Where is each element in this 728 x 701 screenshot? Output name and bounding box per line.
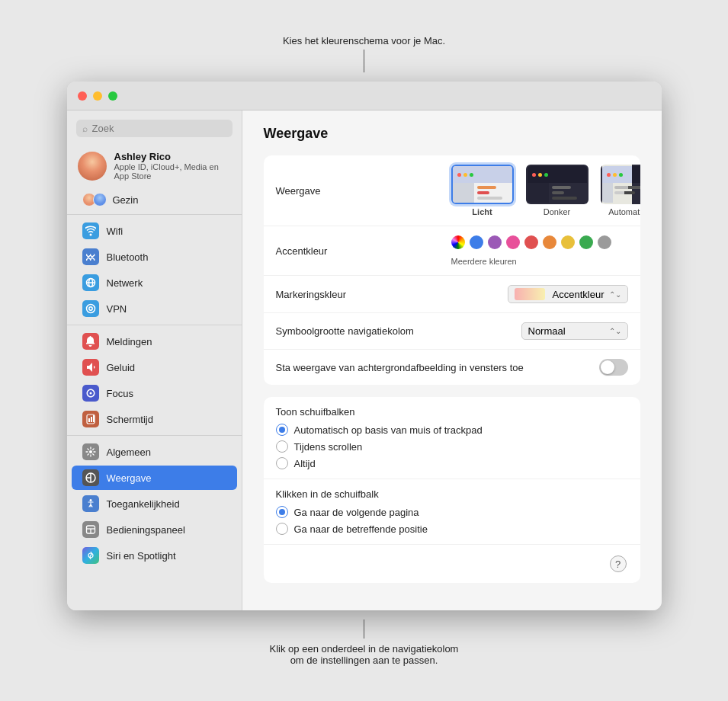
avatar (78, 152, 107, 181)
accentkleur-row: Accentkleur (264, 226, 640, 276)
sidebar-item-geluid[interactable]: Geluid (72, 355, 237, 379)
user-subtitle: Apple ID, iCloud+, Media en App Store (114, 162, 231, 181)
sidebar-label-gezin: Gezin (113, 194, 139, 206)
sidebar-item-weergave[interactable]: Weergave (72, 466, 237, 490)
sidebar-label-schermtijd: Schermtijd (107, 414, 153, 425)
sidebar-item-gezin[interactable]: Gezin (72, 189, 237, 210)
sidebar-divider-1 (67, 214, 242, 215)
appearance-options-group: Licht (451, 165, 640, 216)
bluetooth-icon: ⯵ (82, 248, 99, 265)
svg-point-12 (89, 499, 91, 501)
appearance-row-label: Weergave (276, 185, 451, 197)
close-button[interactable] (78, 91, 87, 101)
radio-positie[interactable]: Ga naar de betreffende positie (276, 523, 628, 535)
radio-volgende-dot (279, 509, 285, 515)
swatch-multicolor[interactable] (451, 235, 465, 249)
thumb-dot-green-dark (544, 173, 548, 177)
sidebar-item-siri[interactable]: Siri en Spotlight (72, 543, 237, 568)
selector-arrow-symbool: ⌃⌄ (609, 327, 621, 335)
sidebar-divider-3 (67, 435, 242, 436)
selector-arrow-markeringskleur: ⌃⌄ (609, 290, 621, 299)
swatch-pink[interactable] (506, 235, 520, 249)
minimize-button[interactable] (93, 91, 102, 101)
markeringskleur-selector[interactable]: Accentkleur ⌃⌄ (508, 285, 628, 303)
schuifbalken-section-header: Toon schuifbalken Automatisch op basis v… (264, 397, 640, 479)
sidebar-label-meldingen: Meldingen (107, 336, 152, 347)
sidebar-item-bedieningspaneel[interactable]: Bedieningspaneel (72, 517, 237, 542)
appearance-panel: Weergave (264, 155, 640, 385)
swatch-green[interactable] (579, 235, 593, 249)
help-container: ? (264, 545, 640, 583)
sidebar-item-schermtijd[interactable]: Schermtijd (72, 407, 237, 431)
sidebar-item-bluetooth[interactable]: ⯵ Bluetooth (72, 245, 237, 269)
sidebar-item-algemeen[interactable]: Algemeen (72, 440, 237, 464)
help-button[interactable]: ? (610, 555, 627, 572)
more-colors-label: Meerdere kleuren (451, 257, 517, 266)
achtergrond-label: Sta weergave van achtergrondafbeelding i… (276, 362, 599, 373)
radio-scrollen-circle (276, 440, 288, 453)
swatch-orange[interactable] (543, 235, 556, 249)
klikken-section: Klikken in de schuifbalk Ga naar de volg… (264, 479, 640, 545)
thumb-dot-red-dark (532, 173, 536, 177)
accessibility-icon (82, 495, 99, 512)
achtergrond-row: Sta weergave van achtergrondafbeelding i… (264, 350, 640, 385)
search-box[interactable]: ⌕ (76, 120, 233, 137)
radio-auto-label: Automatisch op basis van muis of trackpa… (294, 424, 483, 436)
toggle-knob (601, 360, 614, 374)
maximize-button[interactable] (108, 91, 117, 101)
notifications-icon (82, 333, 99, 350)
toggle-achtergrond[interactable] (599, 359, 628, 376)
user-section[interactable]: Ashley Rico Apple ID, iCloud+, Media en … (67, 146, 242, 188)
sidebar-item-wifi[interactable]: Wifi (72, 219, 237, 243)
appearance-option-licht[interactable]: Licht (451, 165, 514, 216)
swatch-yellow[interactable] (561, 235, 575, 249)
swatch-blue[interactable] (470, 235, 483, 249)
thumb-dot-green (470, 173, 473, 177)
sidebar-item-toegankelijkheid[interactable]: Toegankelijkheid (72, 491, 237, 516)
appearance-options: Licht (451, 165, 640, 216)
radio-volgende-circle (276, 506, 288, 518)
appearance-icon (82, 469, 99, 486)
radio-auto-dot (279, 427, 285, 433)
svg-rect-8 (91, 417, 92, 422)
radio-altijd[interactable]: Altijd (276, 457, 628, 469)
search-input[interactable] (92, 123, 226, 134)
search-icon: ⌕ (82, 123, 88, 134)
schuifbalken-radio-group: Automatisch op basis van muis of trackpa… (276, 424, 628, 469)
sidebar-label-siri: Siri en Spotlight (107, 550, 176, 562)
appearance-row: Weergave (264, 155, 640, 226)
sidebar-label-algemeen: Algemeen (107, 447, 152, 458)
radio-auto[interactable]: Automatisch op basis van muis of trackpa… (276, 424, 628, 436)
sidebar-label-focus: Focus (107, 388, 133, 399)
sidebar-item-netwerk[interactable]: Netwerk (72, 270, 237, 295)
thumb-automatisch (601, 165, 640, 204)
markeringskleur-row: Markeringskleur Accentkleur ⌃⌄ (264, 276, 640, 313)
svg-rect-7 (88, 418, 90, 422)
sidebar-item-vpn[interactable]: VPN (72, 296, 237, 321)
swatch-red[interactable] (524, 235, 538, 249)
marker-swatch (515, 288, 545, 300)
gezin-avatar-2 (93, 193, 107, 206)
svg-point-3 (86, 305, 95, 313)
radio-volgende-label: Ga naar de volgende pagina (294, 507, 419, 518)
radio-positie-label: Ga naar de betreffende positie (294, 523, 428, 535)
thumb-donker-label: Donker (544, 207, 570, 216)
network-icon (82, 274, 99, 291)
sidebar-item-meldingen[interactable]: Meldingen (72, 329, 237, 354)
achtergrond-toggle[interactable] (599, 359, 628, 376)
swatch-gray[interactable] (598, 235, 611, 249)
vpn-icon (82, 300, 99, 317)
radio-volgende[interactable]: Ga naar de volgende pagina (276, 506, 628, 518)
main-content: Weergave Weergave (242, 110, 662, 610)
appearance-option-donker[interactable]: Donker (526, 165, 588, 216)
schuifbalken-header: Toon schuifbalken (276, 406, 628, 418)
thumb-dot-yellow-dark (538, 173, 542, 177)
accentkleur-label: Accentkleur (276, 245, 451, 257)
sidebar-item-focus[interactable]: Focus (72, 381, 237, 405)
markeringskleur-content: Accentkleur ⌃⌄ (451, 285, 628, 303)
radio-scrollen[interactable]: Tijdens scrollen (276, 440, 628, 453)
appearance-option-automatisch[interactable]: Automatisch (601, 165, 640, 216)
symboolgrootte-selector[interactable]: Normaal ⌃⌄ (521, 322, 628, 340)
content-area: ⌕ Ashley Rico Apple ID, iCloud+, Media e… (67, 110, 662, 610)
swatch-purple[interactable] (488, 235, 502, 249)
